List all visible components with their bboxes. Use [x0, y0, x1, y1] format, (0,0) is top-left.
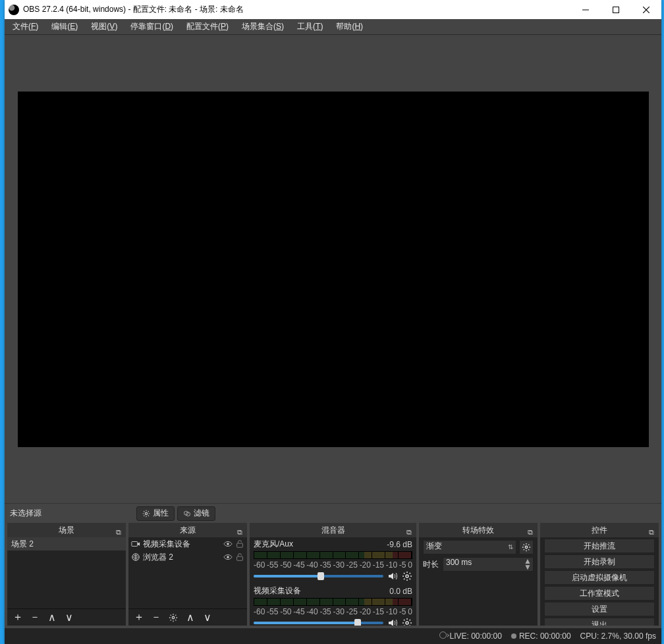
svg-rect-4 — [132, 542, 138, 547]
popout-icon[interactable]: ⧉ — [647, 525, 656, 534]
controls-title: 控件 — [592, 525, 607, 535]
transitions-header[interactable]: 转场特效 ⧉ — [419, 523, 538, 537]
lock-open-icon[interactable] — [235, 539, 244, 549]
scene-down-button[interactable]: ∨ — [61, 610, 77, 625]
source-add-button[interactable]: ＋ — [131, 610, 147, 625]
source-props-button[interactable] — [165, 610, 181, 625]
speaker-icon[interactable] — [387, 618, 398, 626]
control-button[interactable]: 设置 — [544, 602, 655, 616]
source-down-button[interactable]: ∨ — [200, 610, 215, 625]
sources-toolbar: ＋ － ∧ ∨ — [128, 608, 247, 626]
duration-spinbox[interactable]: 300 ms ▲▼ — [443, 557, 534, 572]
sources-title: 来源 — [180, 525, 196, 535]
meter-scale: -60-55-50-45-40-35-30-25-20-15-10-50 — [254, 607, 412, 616]
transitions-body: 渐变 ⇅ 时长 300 ms ▲▼ — [419, 537, 538, 626]
gear-icon — [142, 510, 150, 518]
live-time: LIVE: 00:00:00 — [449, 631, 501, 641]
menu-dock[interactable]: 停靠窗口(D) — [125, 20, 179, 34]
mixer-header[interactable]: 混音器 ⧉ — [250, 523, 416, 537]
maximize-button[interactable] — [601, 0, 631, 19]
menu-tools[interactable]: 工具(T) — [292, 20, 328, 34]
duration-label: 时长 — [423, 559, 439, 570]
eye-icon[interactable] — [223, 539, 233, 549]
stream-status: LIVE: 00:00:00 — [439, 631, 501, 641]
menu-scenecollection[interactable]: 场景集合(S) — [236, 20, 289, 34]
scenes-header[interactable]: 场景 ⧉ — [7, 523, 126, 537]
channel-name: 视频采集设备 — [254, 585, 301, 597]
gear-icon[interactable] — [402, 571, 412, 581]
cpu-fps: CPU: 2.7%, 30.00 fps — [580, 631, 656, 641]
svg-rect-9 — [237, 556, 243, 560]
source-item[interactable]: 视频采集设备 — [128, 537, 247, 550]
menu-view[interactable]: 视图(V) — [86, 20, 123, 34]
popout-icon[interactable]: ⧉ — [526, 525, 535, 534]
source-remove-button[interactable]: － — [148, 610, 164, 625]
preview-canvas[interactable] — [18, 92, 649, 447]
record-status: REC: 00:00:00 — [511, 631, 571, 641]
record-dot-icon — [511, 633, 516, 639]
svg-point-5 — [227, 543, 229, 545]
close-button[interactable] — [631, 0, 661, 19]
properties-label: 属性 — [153, 508, 169, 519]
transition-select[interactable]: 渐变 ⇅ — [423, 540, 516, 554]
sources-header[interactable]: 来源 ⧉ — [128, 523, 247, 537]
controls-panel: 控件 ⧉ 开始推流开始录制启动虚拟摄像机工作室模式设置退出 — [540, 523, 659, 626]
scenes-panel: 场景 ⧉ 场景 2 ＋ － ∧ ∨ — [7, 523, 126, 626]
properties-button[interactable]: 属性 — [136, 506, 175, 521]
menu-profile[interactable]: 配置文件(P) — [181, 20, 234, 34]
titlebar[interactable]: OBS 27.2.4 (64-bit, windows) - 配置文件: 未命名… — [5, 0, 661, 19]
channel-name: 麦克风/Aux — [254, 539, 293, 550]
scene-item[interactable]: 场景 2 — [7, 537, 126, 550]
obs-logo-icon — [9, 5, 19, 15]
menu-edit[interactable]: 编辑(E) — [46, 20, 83, 34]
scenes-toolbar: ＋ － ∧ ∨ — [7, 608, 126, 626]
volume-slider[interactable] — [254, 575, 383, 577]
control-button[interactable]: 退出 — [544, 618, 655, 626]
eye-icon[interactable] — [223, 552, 233, 562]
broadcast-icon — [439, 631, 447, 639]
control-button[interactable]: 开始推流 — [544, 539, 655, 553]
audio-meter — [254, 551, 412, 559]
sources-list[interactable]: 视频采集设备 浏览器 2 — [128, 537, 247, 608]
speaker-icon[interactable] — [387, 571, 398, 581]
source-up-button[interactable]: ∧ — [182, 610, 198, 625]
dock-panels: 场景 ⧉ 场景 2 ＋ － ∧ ∨ 来源 ⧉ — [5, 523, 661, 628]
mixer-title: 混音器 — [321, 525, 345, 535]
sources-panel: 来源 ⧉ 视频采集设备 浏览器 2 — [128, 523, 247, 626]
filters-label: 滤镜 — [194, 508, 209, 519]
control-button[interactable]: 工作室模式 — [544, 586, 655, 601]
app-window: OBS 27.2.4 (64-bit, windows) - 配置文件: 未命名… — [5, 0, 661, 644]
menu-help[interactable]: 帮助(H) — [331, 20, 368, 34]
spin-down-icon[interactable]: ▼ — [524, 564, 532, 570]
filter-icon — [183, 510, 191, 518]
scene-label: 场景 2 — [11, 539, 34, 550]
svg-rect-6 — [237, 543, 243, 547]
popout-icon[interactable]: ⧉ — [235, 525, 244, 534]
scene-remove-button[interactable]: － — [27, 610, 43, 625]
volume-slider[interactable] — [254, 622, 383, 624]
lock-open-icon[interactable] — [235, 552, 244, 562]
gear-icon[interactable] — [402, 618, 412, 626]
gear-icon — [169, 613, 178, 622]
filters-button[interactable]: 滤镜 — [177, 506, 215, 521]
rec-time: REC: 00:00:00 — [519, 631, 571, 641]
popout-icon[interactable]: ⧉ — [404, 525, 414, 534]
scene-add-button[interactable]: ＋ — [10, 610, 26, 625]
popout-icon[interactable]: ⧉ — [114, 525, 123, 534]
scenes-list[interactable]: 场景 2 — [7, 537, 126, 608]
menu-file[interactable]: 文件(F) — [7, 20, 43, 34]
control-button[interactable]: 启动虚拟摄像机 — [544, 570, 655, 585]
mixer-panel: 混音器 ⧉ 麦克风/Aux-9.6 dB-60-55-50-45-40-35-3… — [250, 523, 416, 626]
source-item[interactable]: 浏览器 2 — [128, 550, 247, 564]
minimize-button[interactable] — [570, 0, 601, 19]
preview-area — [5, 35, 661, 503]
mixer-body: 麦克风/Aux-9.6 dB-60-55-50-45-40-35-30-25-2… — [250, 537, 416, 626]
channel-db: 0.0 dB — [389, 587, 412, 596]
scene-up-button[interactable]: ∧ — [44, 610, 60, 625]
menubar: 文件(F) 编辑(E) 视图(V) 停靠窗口(D) 配置文件(P) 场景集合(S… — [5, 19, 661, 35]
scenes-title: 场景 — [59, 525, 74, 535]
transition-settings-button[interactable] — [519, 540, 534, 554]
camera-icon — [131, 539, 140, 549]
controls-header[interactable]: 控件 ⧉ — [540, 523, 659, 537]
control-button[interactable]: 开始录制 — [544, 554, 655, 569]
